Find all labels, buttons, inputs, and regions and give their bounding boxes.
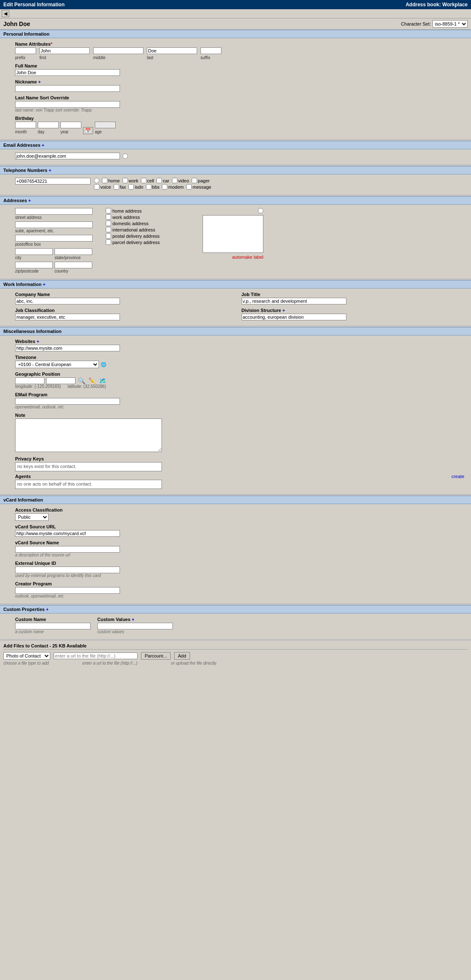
charset-row: Character Set: iso-8859-1 * xyxy=(401,20,468,28)
prefix-group: prefix xyxy=(15,47,36,60)
geo-edit-btn[interactable]: ✏️ xyxy=(88,377,96,384)
email-radio[interactable] xyxy=(122,153,128,159)
geo-search-btn[interactable]: 🔍 xyxy=(77,377,86,384)
website-input[interactable] xyxy=(15,345,120,351)
last-name-sort-input[interactable] xyxy=(15,101,120,108)
job-class-input[interactable] xyxy=(15,314,120,320)
middle-input[interactable] xyxy=(93,47,143,54)
external-uid-input[interactable] xyxy=(15,567,120,573)
suffix-group: suffix xyxy=(200,47,221,60)
tel-check-isdn: isdn xyxy=(128,184,143,190)
division-add-link[interactable]: + xyxy=(282,308,285,313)
last-input[interactable] xyxy=(147,47,197,54)
tel-check-car: car xyxy=(156,178,169,183)
vcard-source-url-input[interactable] xyxy=(15,530,120,537)
websites-label: Websites + xyxy=(15,339,464,344)
page-title: Edit Personal Information xyxy=(3,2,65,8)
zip-input[interactable] xyxy=(15,262,53,268)
telephone-content: home work cell car video pager voice fax… xyxy=(0,174,471,195)
pobox-input[interactable] xyxy=(15,235,93,242)
age-input[interactable] xyxy=(95,122,116,128)
email-input[interactable] xyxy=(15,153,120,159)
day-input[interactable] xyxy=(38,122,59,128)
websites-add-link[interactable]: + xyxy=(36,339,39,344)
creator-program-label: Creator Program xyxy=(15,581,464,586)
contact-name: John Doe xyxy=(3,21,30,27)
vcard-source-name-input[interactable] xyxy=(15,546,120,553)
external-uid-hint: used by external programs to identify th… xyxy=(15,573,464,578)
last-name-sort-hint: last name: von Trapp sort override: Trap… xyxy=(15,108,464,112)
tel-add-link[interactable]: + xyxy=(49,168,51,173)
city-input[interactable] xyxy=(15,248,53,255)
timezone-select[interactable]: +0100 - Central European xyxy=(15,361,99,368)
division-input[interactable] xyxy=(242,314,346,320)
longitude-input[interactable] xyxy=(15,377,44,384)
latitude-input[interactable] xyxy=(46,377,75,384)
nickname-add-link[interactable]: + xyxy=(38,79,41,84)
custom-values-input[interactable] xyxy=(97,623,173,629)
section-vcard: vCard Information xyxy=(0,496,471,504)
note-textarea[interactable] xyxy=(15,419,162,452)
file-type-group: Photo of Contact Sound of Contact Key of… xyxy=(3,652,50,660)
parcourir-group: Parcourir... xyxy=(141,652,171,660)
suite-input[interactable] xyxy=(15,221,93,228)
suffix-input[interactable] xyxy=(200,47,221,54)
address-type-checks: home address work address domestic addre… xyxy=(106,208,190,273)
creator-program-input[interactable] xyxy=(15,587,120,594)
custom-add-link[interactable]: + xyxy=(46,607,48,612)
address-radio[interactable] xyxy=(258,208,263,213)
month-input[interactable] xyxy=(15,122,36,128)
work-add-link[interactable]: + xyxy=(43,282,45,287)
birthday-label: Birthday xyxy=(15,116,464,121)
automake-label-link[interactable]: automake label xyxy=(232,255,263,260)
file-hints-row: choose a file type to add enter a url to… xyxy=(3,661,468,665)
full-name-input[interactable] xyxy=(15,69,120,76)
misc-content: Websites + Timezone +0100 - Central Euro… xyxy=(0,335,471,494)
file-type-select[interactable]: Photo of Contact Sound of Contact Key of… xyxy=(3,652,50,660)
year-group: year xyxy=(60,122,81,134)
first-label: first xyxy=(39,55,90,60)
nickname-input[interactable] xyxy=(15,85,120,92)
company-label: Company Name xyxy=(15,292,238,297)
email-program-input[interactable] xyxy=(15,398,120,405)
section-work: Work Information + xyxy=(0,280,471,289)
country-input[interactable] xyxy=(55,262,92,268)
telephone-input[interactable] xyxy=(15,178,91,185)
charset-select[interactable]: iso-8859-1 * xyxy=(432,20,468,28)
agents-header: Agents create xyxy=(15,474,464,480)
file-url-input[interactable] xyxy=(54,652,138,659)
email-add-link[interactable]: + xyxy=(42,143,44,148)
add-file-button[interactable]: Add xyxy=(174,652,190,660)
custom-name-group: Custom Name a custom name xyxy=(15,617,91,634)
addr-check-work: work address xyxy=(106,214,190,220)
state-input[interactable] xyxy=(55,248,92,255)
custom-values-add-link[interactable]: + xyxy=(132,617,134,622)
year-input[interactable] xyxy=(60,122,81,128)
addresses-add-link[interactable]: + xyxy=(28,198,31,203)
email-row xyxy=(15,153,464,159)
agents-create-link[interactable]: create xyxy=(451,474,464,480)
file-row: Photo of Contact Sound of Contact Key of… xyxy=(3,652,468,660)
prefix-input[interactable] xyxy=(15,47,36,54)
job-title-input[interactable] xyxy=(242,298,346,304)
geo-map-btn[interactable]: 🗺️ xyxy=(98,377,107,384)
tel-check-fax: fax xyxy=(114,184,126,190)
parcourir-button[interactable]: Parcourir... xyxy=(141,652,171,660)
pobox-group: postoffice box xyxy=(15,235,99,247)
custom-name-input[interactable] xyxy=(15,623,91,629)
hint-url: enter a url to the file (http://...) xyxy=(82,661,137,665)
add-files-section: Add Files to Contact - 25 KB Available P… xyxy=(0,641,471,668)
back-button[interactable]: ◀ xyxy=(2,10,9,17)
street-input[interactable] xyxy=(15,208,93,215)
name-attributes-row: prefix first middle last suffix xyxy=(15,47,464,60)
email-program-label: EMail Program xyxy=(15,392,464,397)
timezone-label: Timezone xyxy=(15,355,464,360)
company-input[interactable] xyxy=(15,298,120,304)
geo-hints: longitude: (-120.209183) latitude: (32.5… xyxy=(15,384,464,389)
privacy-keys-label: Privacy Keys xyxy=(15,456,464,461)
access-select[interactable]: Public Private Confidential xyxy=(15,513,49,521)
birthday-calendar-btn[interactable]: 📅 xyxy=(83,127,93,134)
tel-check-bbs: bbs xyxy=(146,184,160,190)
street-label: street address xyxy=(15,215,99,220)
first-input[interactable] xyxy=(39,47,90,54)
